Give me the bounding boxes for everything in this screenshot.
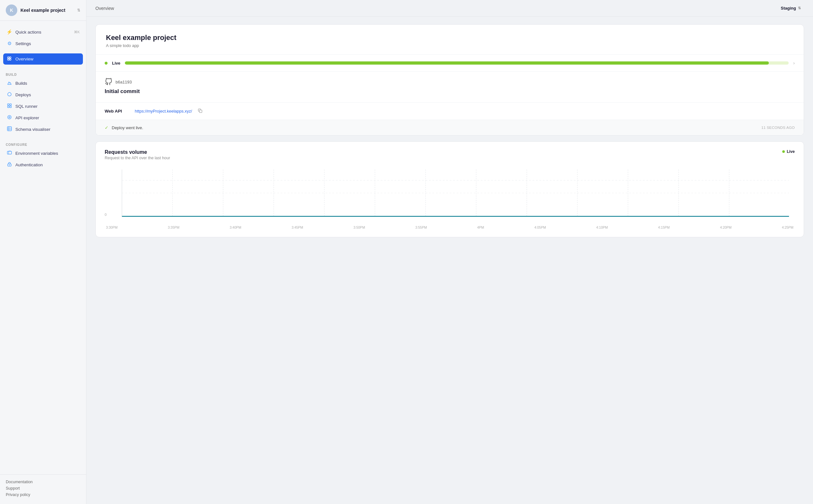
api-explorer-icon xyxy=(6,115,12,121)
schema-visualiser-icon xyxy=(6,126,12,132)
chart-x-label-10: 4:20PM xyxy=(720,225,731,229)
chart-x-label-11: 4:25PM xyxy=(782,225,793,229)
topbar: Overview Staging ⇅ xyxy=(86,0,813,17)
sidebar-item-schema-visualiser[interactable]: Schema visualiser xyxy=(3,124,83,135)
chart-x-label-0: 3:30PM xyxy=(106,225,117,229)
deploys-icon xyxy=(6,92,12,98)
sidebar-header[interactable]: K Keel example project ⇅ xyxy=(0,0,86,21)
svg-point-8 xyxy=(8,115,11,119)
sidebar-item-settings[interactable]: ⚙ Settings xyxy=(3,38,83,49)
sidebar-item-label: Deploys xyxy=(15,92,31,97)
sidebar-item-authentication[interactable]: Authentication xyxy=(3,159,83,170)
chart-x-label-5: 3:55PM xyxy=(415,225,427,229)
chart-title: Requests volume xyxy=(105,149,170,155)
chart-live-label: Live xyxy=(787,149,795,154)
sql-runner-icon xyxy=(6,103,12,109)
sidebar-item-label: Quick actions xyxy=(15,30,41,35)
project-title: Keel example project xyxy=(106,34,793,42)
svg-rect-7 xyxy=(10,106,11,108)
svg-rect-5 xyxy=(10,104,11,106)
sidebar-item-label: Overview xyxy=(15,57,33,61)
project-name: Keel example project xyxy=(20,8,74,13)
env-selector-button[interactable]: Staging ⇅ xyxy=(778,4,804,12)
sidebar-build-section: BUILD Builds Deploys xyxy=(0,67,86,137)
deploy-time: 11 SECONDS AGO xyxy=(762,126,795,130)
web-api-section: Web API https://myProject.keelapps.xyz/ xyxy=(96,102,804,120)
project-switcher-icon[interactable]: ⇅ xyxy=(77,8,80,12)
env-selector-label: Staging xyxy=(781,6,796,11)
content-area: Keel example project A simple todo app L… xyxy=(86,17,813,504)
quick-actions-shortcut: ⌘K xyxy=(74,30,80,34)
topbar-title: Overview xyxy=(95,6,114,11)
web-api-label: Web API xyxy=(105,109,130,114)
sidebar-item-env-variables[interactable]: Environment variables xyxy=(3,148,83,159)
sidebar-item-label: Environment variables xyxy=(15,151,58,156)
web-api-url[interactable]: https://myProject.keelapps.xyz/ xyxy=(135,109,192,114)
sidebar-item-deploys[interactable]: Deploys xyxy=(3,89,83,100)
sidebar-item-label: Authentication xyxy=(15,162,43,167)
chart-live-badge: Live xyxy=(782,149,795,154)
svg-rect-4 xyxy=(7,104,9,106)
live-chevron-icon[interactable]: › xyxy=(793,60,795,66)
documentation-link[interactable]: Documentation xyxy=(6,480,80,484)
live-label: Live xyxy=(112,61,120,66)
sidebar-item-label: Builds xyxy=(15,81,27,86)
svg-rect-6 xyxy=(7,106,9,108)
sidebar-item-sql-runner[interactable]: SQL runner xyxy=(3,101,83,112)
chart-x-label-3: 3:45PM xyxy=(292,225,303,229)
sidebar-item-quick-actions[interactable]: ⚡ Quick actions ⌘K xyxy=(3,27,83,37)
live-indicator-dot xyxy=(105,62,107,65)
github-icon xyxy=(105,78,112,86)
svg-point-9 xyxy=(9,117,10,118)
env-selector-chevron-icon: ⇅ xyxy=(798,6,801,10)
sidebar-item-label: SQL runner xyxy=(15,104,37,109)
deploy-check-icon: ✓ xyxy=(105,125,108,130)
svg-rect-10 xyxy=(7,127,12,131)
quick-actions-icon: ⚡ xyxy=(6,29,12,35)
live-progress-fill xyxy=(125,61,769,65)
sidebar-item-builds[interactable]: Builds xyxy=(3,78,83,89)
project-avatar: K xyxy=(6,4,17,16)
main-content: Overview Staging ⇅ Keel example project … xyxy=(86,0,813,504)
project-subtitle: A simple todo app xyxy=(106,43,793,48)
sidebar-item-label: Schema visualiser xyxy=(15,127,51,132)
live-progress-bar xyxy=(125,61,789,65)
privacy-policy-link[interactable]: Privacy policy xyxy=(6,492,80,497)
chart-svg xyxy=(105,166,795,224)
svg-point-3 xyxy=(10,59,11,60)
support-link[interactable]: Support xyxy=(6,486,80,491)
chart-title-group: Requests volume Request to the API over … xyxy=(105,149,170,160)
copy-url-icon[interactable] xyxy=(198,108,202,114)
chart-area: 0 xyxy=(105,166,795,224)
svg-point-2 xyxy=(8,59,9,60)
requests-volume-card: Requests volume Request to the API over … xyxy=(95,141,804,237)
chart-x-label-7: 4:05PM xyxy=(534,225,546,229)
chart-x-label-6: 4PM xyxy=(477,225,484,229)
svg-point-19 xyxy=(9,165,10,165)
sidebar-item-overview[interactable]: Overview xyxy=(3,53,83,65)
svg-point-0 xyxy=(8,57,9,59)
chart-x-label-1: 3:35PM xyxy=(168,225,179,229)
deploy-status-text: Deploy went live. xyxy=(112,125,143,130)
chart-live-dot xyxy=(782,150,785,153)
live-status-section[interactable]: Live › xyxy=(96,54,804,71)
svg-point-1 xyxy=(10,57,11,59)
sidebar-item-api-explorer[interactable]: API explorer xyxy=(3,112,83,123)
sidebar-item-label: API explorer xyxy=(15,115,39,120)
chart-subtitle: Request to the API over the last hour xyxy=(105,156,170,160)
chart-x-label-9: 4:15PM xyxy=(658,225,670,229)
overview-icon xyxy=(6,56,12,62)
configure-section-label: CONFIGURE xyxy=(3,143,83,146)
builds-icon xyxy=(6,80,12,86)
env-variables-icon xyxy=(6,150,12,156)
chart-x-label-4: 3:50PM xyxy=(353,225,365,229)
commit-header: b6a1193 xyxy=(105,78,795,86)
chart-y-label: 0 xyxy=(105,213,106,217)
sidebar-configure-section: CONFIGURE Environment variables xyxy=(0,137,86,173)
sidebar-item-label: Settings xyxy=(15,41,31,46)
commit-section: b6a1193 Initial commit xyxy=(96,71,804,102)
authentication-icon xyxy=(6,162,12,168)
svg-rect-20 xyxy=(199,110,202,113)
svg-rect-14 xyxy=(7,151,12,154)
sidebar-bottom: Documentation Support Privacy policy xyxy=(0,474,86,504)
